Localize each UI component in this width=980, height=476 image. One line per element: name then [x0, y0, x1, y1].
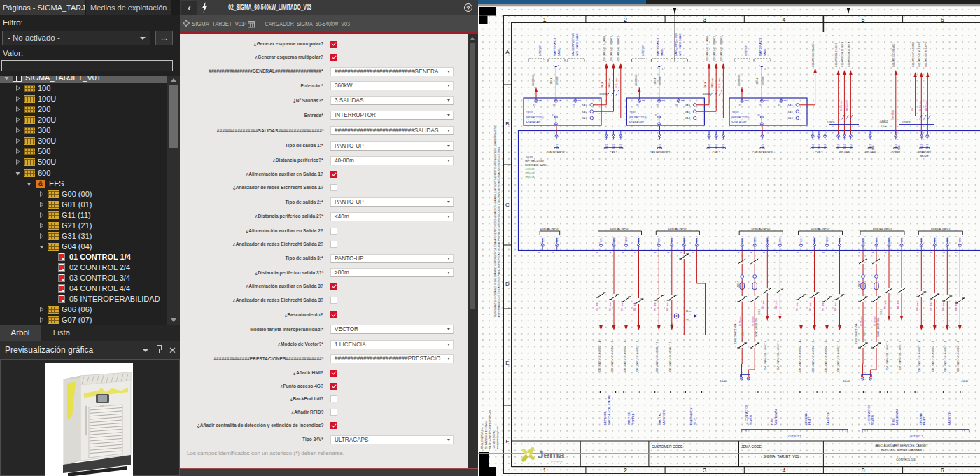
svg-text:485 GEN: 485 GEN [864, 151, 876, 154]
svg-text:RL 22 mm²: RL 22 mm² [874, 316, 876, 326]
svg-text:INTEROP.: INTEROP. [539, 44, 542, 56]
svg-text:X1: X1 [757, 114, 760, 117]
svg-text:D-SUB 9: D-SUB 9 [556, 76, 559, 85]
svg-text:RL 22 mm²: RL 22 mm² [739, 316, 742, 326]
svg-text:2: 2 [624, 16, 627, 23]
svg-text:3xDB9 ADAPT.: 3xDB9 ADAPT. [526, 121, 541, 124]
svg-text:K39:3: K39:3 [766, 237, 769, 242]
svg-text:GR 1 mm²: GR 1 mm² [930, 302, 932, 311]
svg-text:FAULT: FAULT [808, 416, 811, 425]
svg-text:CAN CONNECTION: CAN CONNECTION [675, 33, 678, 56]
svg-text:XA:1: XA:1 [582, 104, 587, 106]
svg-text:230VAC 1500VDC 500A: 230VAC 1500VDC 500A [755, 318, 758, 337]
svg-text:G01/W01/5B-04K02'1.1: G01/W01/5B-04K02'1.1 [918, 340, 921, 372]
svg-text:MA 1 mm²: MA 1 mm² [775, 300, 778, 309]
svg-text:CAN CONNECTION: CAN CONNECTION [572, 33, 575, 56]
svg-text:BL 0,5 mm²: BL 0,5 mm² [840, 101, 843, 111]
svg-text:+34 943 37 64 00: +34 943 37 64 00 [493, 430, 496, 449]
svg-text:G01/W01/5B-04K02'1.4: G01/W01/5B-04K02'1.4 [636, 340, 639, 372]
svg-text:DB9: DB9 [764, 99, 768, 102]
svg-text:MAINTENANCE: MAINTENANCE [760, 37, 762, 56]
svg-text:X1: X1 [552, 114, 554, 117]
svg-text:INPUT AC: INPUT AC [659, 412, 662, 425]
svg-text:G01/W01/5B-04K02'1.1: G01/W01/5B-04K02'1.1 [799, 340, 802, 372]
svg-text:G01/W01/5B-04K02'1.3: G01/W01/5B-04K02'1.3 [825, 340, 827, 372]
svg-text:CAN INTEROP 1: CAN INTEROP 1 [546, 151, 566, 154]
svg-text:K29:2: K29:2 [754, 237, 757, 242]
svg-text:XA:2: XA:2 [788, 111, 793, 113]
svg-text:G01/W01/4E-01X3/P'2: G01/W01/4E-01X3/P'2 [925, 41, 927, 67]
svg-text:DIGITAL INPUT: DIGITAL INPUT [668, 227, 688, 230]
svg-text:3xDB9 ADAPT.: 3xDB9 ADAPT. [629, 121, 644, 124]
svg-text:GR 1 mm²: GR 1 mm² [596, 302, 598, 311]
svg-text:X48:1: X48:1 [818, 144, 820, 149]
svg-text:G21/W06/6B-14K01'9: G21/W06/6B-14K01'9 [777, 341, 780, 370]
svg-text:SH: SH [911, 108, 914, 111]
svg-text:MELTDOWN: MELTDOWN [775, 410, 778, 425]
svg-text:X3: X3 [553, 104, 556, 107]
svg-text:6: 6 [941, 467, 944, 474]
svg-text:RO 1 mm²: RO 1 mm² [916, 302, 919, 311]
svg-text:CONTROL 1/4: CONTROL 1/4 [896, 458, 916, 461]
svg-text:K49:4: K49:4 [779, 237, 782, 242]
svg-text:X48:1: X48:1 [722, 144, 725, 149]
svg-text:G01/W01/5D-01X01'11: G01/W01/5D-01X01'11 [669, 342, 672, 372]
svg-text:K29:2: K29:2 [813, 237, 816, 242]
svg-text:MA 0,5 mm²: MA 0,5 mm² [711, 78, 714, 88]
svg-text:-24U01: -24U01 [629, 111, 636, 114]
svg-text:G04/W01/4E-: G04/W01/4E- [635, 74, 638, 86]
svg-text:1: 1 [542, 16, 546, 23]
svg-text:DB9: DB9 [578, 99, 582, 102]
svg-text:GROUND: GROUND [805, 413, 808, 425]
svg-text:FUSE: FUSE [771, 417, 774, 425]
svg-text:XA:3: XA:3 [582, 117, 587, 120]
svg-text:K19:1: K19:1 [600, 237, 603, 242]
svg-text:K39:3: K39:3 [888, 237, 891, 242]
svg-text:DIGITAL INPUT: DIGITAL INPUT [873, 227, 892, 230]
svg-text:X5: X5 [573, 104, 575, 107]
svg-text:(S/P WBC12710): (S/P WBC12710) [732, 116, 749, 119]
svg-text:SWITCH + C.B. STATUS: SWITCH + C.B. STATUS [608, 395, 611, 425]
svg-text:MSK/1F: MSK/1F [863, 329, 866, 336]
svg-text:X2: X2 [533, 104, 536, 107]
svg-text:STATUS: STATUS [750, 414, 752, 425]
svg-text:G01/W01/5D-01X01'11: G01/W01/5D-01X01'11 [656, 342, 659, 372]
svg-text:X3: X3 [656, 104, 659, 107]
svg-text:RO 1 mm²: RO 1 mm² [884, 300, 887, 309]
svg-text:K19:1: K19:1 [658, 237, 661, 242]
svg-text:XA:2: XA:2 [685, 111, 690, 113]
svg-text:485 GEN: 485 GEN [839, 151, 850, 154]
svg-text:X48:1: X48:1 [708, 144, 711, 149]
svg-text:X48:1: X48:1 [612, 144, 615, 149]
svg-text:X48:1: X48:1 [762, 144, 764, 149]
svg-text:MODE: MODE [920, 155, 929, 158]
svg-text:XA:3: XA:3 [685, 117, 690, 120]
svg-text:K29:2: K29:2 [876, 237, 878, 242]
svg-text:RO 1 mm²: RO 1 mm² [822, 302, 825, 311]
svg-text:OUTPUT 2: OUTPUT 2 [910, 435, 923, 438]
svg-text:G21/W06/6B-14K01'9: G21/W06/6B-14K01'9 [764, 341, 767, 370]
svg-text:INTEROP.: INTEROP. [745, 44, 748, 56]
svg-text:XA:1: XA:1 [788, 104, 793, 106]
svg-text:5: 5 [861, 16, 864, 23]
svg-text:G02/W01/4E-G1/W08: G02/W01/4E-G1/W08 [706, 36, 709, 61]
svg-text:-14K17: -14K17 [737, 281, 740, 288]
svg-text:FUSE: FUSE [892, 417, 895, 425]
svg-text:G01/W01/5B-04K02'1.4: G01/W01/5B-04K02'1.4 [957, 340, 960, 372]
svg-text:K49:4: K49:4 [959, 237, 962, 242]
svg-text:CAN 2: CAN 2 [713, 151, 720, 154]
svg-text:G21/W06/6B-14K01'9: G21/W06/6B-14K01'9 [886, 341, 889, 370]
svg-text:X48:1: X48:1 [824, 144, 827, 149]
svg-text:DB9: DB9 [681, 99, 685, 102]
svg-text:ETHERNET: ETHERNET [892, 109, 895, 120]
svg-text:STATUS: STATUS [872, 414, 874, 425]
svg-text:MA 0,5 mm²: MA 0,5 mm² [846, 100, 848, 111]
svg-text:G11/W01/5B-11U02'B: G11/W01/5B-11U02'B [835, 43, 838, 67]
svg-text:BL 0,5 mm²: BL 0,5 mm² [718, 78, 721, 88]
svg-text:TRIPPED: TRIPPED [632, 413, 635, 425]
svg-text:G01/W01/5B-04K02'1.4: G01/W01/5B-04K02'1.4 [837, 340, 840, 372]
svg-text:K19:1: K19:1 [862, 237, 865, 242]
svg-text:+HXU/1B: +HXU/1B [525, 176, 534, 178]
svg-text:D: D [505, 281, 510, 287]
svg-text:Jema: Jema [538, 449, 565, 461]
